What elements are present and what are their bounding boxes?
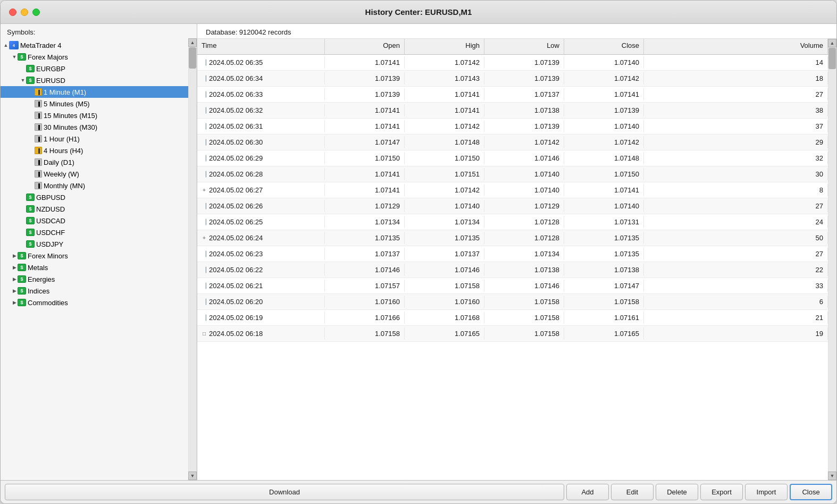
table-scrollbar-thumb[interactable] <box>828 48 836 69</box>
table-row[interactable]: +2024.05.02 06:241.071351.071351.071281.… <box>197 230 828 246</box>
tree-item-mn[interactable]: ▐Monthly (MN) <box>1 180 188 191</box>
td-open: 1.07135 <box>325 232 405 244</box>
dollar-green-icon: $ <box>26 194 35 201</box>
close-traffic-light[interactable] <box>9 9 16 16</box>
tree-item-h4[interactable]: ▐4 Hours (H4) <box>1 145 188 156</box>
tree-item-forex-minors[interactable]: ▶$Forex Minors <box>1 250 188 262</box>
table-row[interactable]: ▕2024.05.02 06:201.071601.071601.071581.… <box>197 294 828 310</box>
table-row[interactable]: ▕2024.05.02 06:211.071571.071581.071461.… <box>197 278 828 294</box>
candle-row-icon: ▕ <box>202 123 207 130</box>
table-row[interactable]: ▕2024.05.02 06:331.071391.071411.071371.… <box>197 87 828 103</box>
scrollbar-thumb[interactable] <box>189 47 196 69</box>
tree-scrollbar[interactable]: ▲ ▼ <box>188 38 197 480</box>
table-scroll-up[interactable]: ▲ <box>828 39 836 47</box>
td-low: 1.07158 <box>484 312 564 324</box>
td-close: 1.07138 <box>564 264 644 276</box>
scroll-down-arrow[interactable]: ▼ <box>188 472 197 480</box>
tree-item-d1[interactable]: ▐Daily (D1) <box>1 156 188 168</box>
download-button[interactable]: Download <box>5 484 564 500</box>
table-row[interactable]: □2024.05.02 06:181.071581.071651.071581.… <box>197 326 828 342</box>
candle-yellow-icon: ▐ <box>35 147 42 154</box>
tree-item-commodities[interactable]: ▶$Commodities <box>1 297 188 308</box>
tree-item-forex-majors[interactable]: ▼$Forex Majors <box>1 51 188 63</box>
tree-item-energies[interactable]: ▶$Energies <box>1 273 188 285</box>
folder-green-icon: $ <box>18 287 26 295</box>
table-row[interactable]: +2024.05.02 06:271.071411.071421.071401.… <box>197 182 828 198</box>
import-button[interactable]: Import <box>745 484 788 500</box>
table-row[interactable]: ▕2024.05.02 06:311.071411.071421.071391.… <box>197 119 828 135</box>
table-row[interactable]: ▕2024.05.02 06:251.071341.071341.071281.… <box>197 214 828 230</box>
table-body[interactable]: ▕2024.05.02 06:351.071411.071421.071391.… <box>197 55 828 480</box>
tree-item-usdchf[interactable]: $USDCHF <box>1 226 188 238</box>
tree-item-usdcad[interactable]: $USDCAD <box>1 215 188 226</box>
table-row[interactable]: ▕2024.05.02 06:301.071471.071481.071421.… <box>197 135 828 150</box>
candle-row-icon: ▕ <box>202 314 207 322</box>
tree-item-eurgbp[interactable]: $EURGBP <box>1 63 188 74</box>
expand-icon-indices[interactable]: ▶ <box>11 288 18 293</box>
td-high: 1.07135 <box>405 232 484 244</box>
time-value: 2024.05.02 06:23 <box>209 250 263 258</box>
table-row[interactable]: ▕2024.05.02 06:341.071391.071431.071391.… <box>197 71 828 87</box>
expand-icon-eurusd[interactable]: ▼ <box>20 78 26 83</box>
close-button[interactable]: Close <box>790 484 832 500</box>
tree-item-m1[interactable]: ▐1 Minute (M1) <box>1 86 188 98</box>
td-volume: 21 <box>644 312 828 324</box>
scrollbar-track[interactable] <box>189 47 196 471</box>
td-low: 1.07139 <box>484 56 564 69</box>
tree-item-label-w: Weekly (W) <box>44 170 79 178</box>
expand-icon-energies[interactable]: ▶ <box>11 276 18 282</box>
table-row[interactable]: ▕2024.05.02 06:261.071291.071401.071291.… <box>197 198 828 214</box>
td-close: 1.07158 <box>564 296 644 308</box>
expand-icon-commodities[interactable]: ▶ <box>11 300 18 305</box>
table-row[interactable]: ▕2024.05.02 06:321.071411.071411.071381.… <box>197 103 828 119</box>
td-close: 1.07139 <box>564 104 644 116</box>
table-row[interactable]: ▕2024.05.02 06:221.071461.071461.071381.… <box>197 262 828 278</box>
table-row[interactable]: ▕2024.05.02 06:231.071371.071371.071341.… <box>197 246 828 262</box>
tree-item-nzdusd[interactable]: $NZDUSD <box>1 203 188 215</box>
tree-item-h1[interactable]: ▐1 Hour (H1) <box>1 133 188 145</box>
minimize-traffic-light[interactable] <box>21 9 28 16</box>
scroll-up-arrow[interactable]: ▲ <box>188 38 197 47</box>
tree-item-metals[interactable]: ▶$Metals <box>1 262 188 273</box>
table-row[interactable]: ▕2024.05.02 06:291.071501.071501.071461.… <box>197 150 828 166</box>
table-row[interactable]: ▕2024.05.02 06:351.071411.071421.071391.… <box>197 55 828 71</box>
td-low: 1.07146 <box>484 280 564 292</box>
tree-item-gbpusd[interactable]: $GBPUSD <box>1 191 188 203</box>
td-time: ▕2024.05.02 06:23 <box>197 248 325 260</box>
edit-button[interactable]: Edit <box>611 484 654 500</box>
td-open: 1.07141 <box>325 184 405 196</box>
table-row[interactable]: ▕2024.05.02 06:191.071661.071681.071581.… <box>197 310 828 326</box>
export-button[interactable]: Export <box>700 484 743 500</box>
candle-row-icon: ▕ <box>202 219 207 226</box>
table-scrollbar[interactable]: ▲ ▼ <box>828 39 836 480</box>
expand-icon-forex-minors[interactable]: ▶ <box>11 253 18 258</box>
tree-item-label-m5: 5 Minutes (M5) <box>44 100 90 108</box>
tree-container: ▲4MetaTrader 4▼$Forex Majors$EURGBP▼$EUR… <box>1 38 197 480</box>
tree-item-label-usdjpy: USDJPY <box>36 240 63 248</box>
tree-item-m30[interactable]: ▐30 Minutes (M30) <box>1 121 188 133</box>
tree-item-mt4[interactable]: ▲4MetaTrader 4 <box>1 39 188 51</box>
time-value: 2024.05.02 06:30 <box>209 138 263 146</box>
expand-icon-mt4[interactable]: ▲ <box>3 43 9 48</box>
tree-item-indices[interactable]: ▶$Indices <box>1 285 188 297</box>
tree-item-m15[interactable]: ▐15 Minutes (M15) <box>1 110 188 121</box>
tree-item-usdjpy[interactable]: $USDJPY <box>1 238 188 250</box>
table-scroll-down[interactable]: ▼ <box>828 472 836 480</box>
add-button[interactable]: Add <box>566 484 609 500</box>
tree-list[interactable]: ▲4MetaTrader 4▼$Forex Majors$EURGBP▼$EUR… <box>1 38 188 480</box>
expand-icon-forex-majors[interactable]: ▼ <box>11 54 18 60</box>
tree-item-w[interactable]: ▐Weekly (W) <box>1 168 188 180</box>
table-row[interactable]: ▕2024.05.02 06:281.071411.071511.071401.… <box>197 166 828 182</box>
tree-item-label-commodities: Commodities <box>28 299 68 307</box>
tree-item-eurusd[interactable]: ▼$EURUSD <box>1 74 188 86</box>
delete-button[interactable]: Delete <box>656 484 698 500</box>
maximize-traffic-light[interactable] <box>32 9 40 16</box>
tree-item-m5[interactable]: ▐5 Minutes (M5) <box>1 98 188 110</box>
table-scrollbar-track[interactable] <box>828 48 836 471</box>
td-close: 1.07148 <box>564 152 644 164</box>
expand-icon-metals[interactable]: ▶ <box>11 265 18 270</box>
time-value: 2024.05.02 06:18 <box>209 330 263 338</box>
td-close: 1.07142 <box>564 72 644 85</box>
td-time: ▕2024.05.02 06:20 <box>197 296 325 308</box>
candle-row-icon: + <box>202 234 207 242</box>
